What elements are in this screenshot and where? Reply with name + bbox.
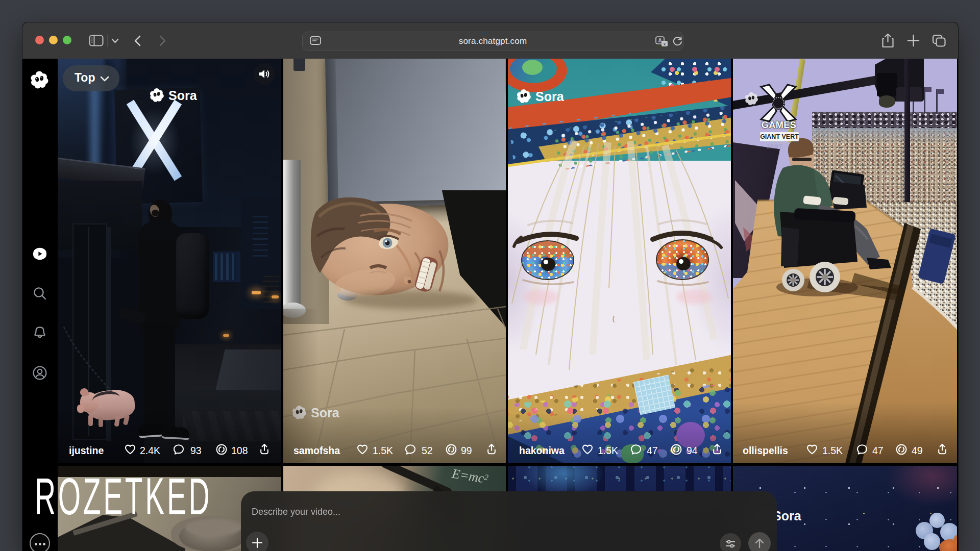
svg-text:x: x bbox=[664, 42, 666, 46]
svg-text:A: A bbox=[658, 38, 662, 43]
